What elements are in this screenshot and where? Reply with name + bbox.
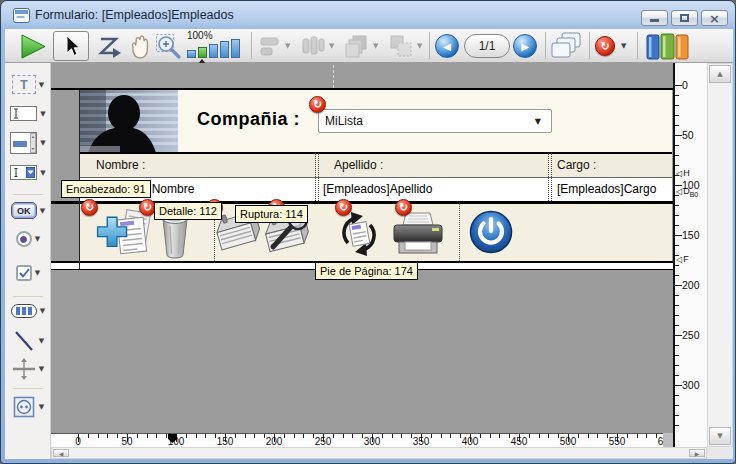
input-tool-dropdown-icon[interactable]: ▼ [40,110,45,118]
run-form-button[interactable] [19,33,47,60]
layer-dropdown-icon[interactable]: ▼ [373,42,378,50]
vertical-scrollbar[interactable]: ▲ ▼ [707,63,733,447]
entry-order-tool[interactable] [97,34,123,60]
object-method-badge[interactable]: ↻ [395,199,412,216]
object-method-badge[interactable]: ↻ [81,199,98,216]
close-icon: × [709,11,720,26]
titlebar[interactable]: Formulario: [Empleados]Empleados × [1,1,736,29]
ruler-tick [137,434,138,438]
combobox-tool-dropdown-icon[interactable]: ▼ [40,169,45,177]
field-apellido[interactable]: [Empleados]Apellido [323,182,432,196]
maximize-button[interactable] [671,10,698,26]
zoom-bar-3[interactable] [209,44,218,58]
combobox-tool[interactable]: ▼ [5,165,51,180]
text-tool-dropdown-icon[interactable]: ▼ [39,81,44,89]
label-cargo[interactable]: Cargo : [557,158,596,172]
explorer-books-icon[interactable] [645,32,693,60]
marker-letter-sub: B0 [690,191,699,198]
method-badge-icon: ↻ [339,201,348,214]
ruler-tick [117,434,118,438]
zoom-bar-1[interactable] [187,50,196,58]
splitter-tool-dropdown-icon[interactable]: ▼ [39,365,44,373]
scroll-up-button[interactable]: ▲ [709,65,731,83]
checkbox-tool-dropdown-icon[interactable]: ▼ [35,269,40,277]
horizontal-scrollbar[interactable]: ◀ ▶ [51,447,707,459]
splitter-tool[interactable]: ▼ [5,357,51,381]
section-marker-H[interactable]: ◁H [676,168,690,178]
zoom-tool[interactable] [155,33,184,60]
field-cargo[interactable]: [Empleados]Cargo [557,182,656,196]
print-button[interactable] [390,211,446,257]
listbox-tool[interactable]: ▼ [5,132,51,154]
button-tool-icon: OK [11,202,37,219]
detail-marker-label[interactable]: Detalle: 112 [154,202,222,220]
ruler-tick [235,434,236,438]
plugin-tool-dropdown-icon[interactable]: ▼ [39,403,44,411]
button-tool[interactable]: OK ▼ [5,202,51,219]
label-nombre[interactable]: Nombre : [96,158,145,172]
listbox-tool-icon [10,132,37,154]
ruler-tick [675,145,679,146]
footer-marker-label[interactable]: Pie de Página: 174 [315,262,418,280]
minimize-button[interactable] [641,10,668,26]
button-grid-tool[interactable]: ▼ [5,304,51,318]
line-tool[interactable]: ▼ [5,329,51,353]
next-page-button[interactable]: ▶ [513,34,537,58]
quit-button[interactable] [468,209,514,255]
radio-tool[interactable]: ▼ [5,231,51,247]
page-indicator-button[interactable]: 1/1 [464,34,510,58]
zoom-bar-4[interactable] [220,41,229,58]
scroll-left-button[interactable]: ◀ [53,449,69,457]
combo-dropdown-icon[interactable]: ▼ [535,117,541,126]
company-label[interactable]: Compañia : [197,109,300,130]
ruler-tick [675,375,679,376]
ruler-tick [431,434,432,438]
form-pages-icon[interactable] [551,32,583,60]
ruler-label: 550 [609,436,626,447]
ruler-tick [675,165,679,166]
company-combobox[interactable]: MiLista ▼ [318,109,552,133]
align-dropdown-icon[interactable]: ▼ [285,42,290,50]
group-tool-icon[interactable] [389,34,413,58]
selection-tool-button[interactable] [53,31,89,61]
line-tool-dropdown-icon[interactable]: ▼ [39,337,44,345]
zoom-bar-5[interactable] [231,39,240,58]
break-marker-label[interactable]: Ruptura: 114 [235,205,308,223]
scroll-down-button[interactable]: ▼ [709,427,731,445]
hand-tool[interactable] [127,33,153,60]
previous-page-button[interactable]: ◀ [435,34,459,58]
ruler-tick [675,415,679,416]
scroll-right-button[interactable]: ▶ [689,449,705,457]
distribute-tool-icon[interactable] [301,35,325,57]
group-dropdown-icon[interactable]: ▼ [417,42,422,50]
object-method-badge[interactable]: ↻ [309,96,326,113]
text-tool[interactable]: T ▼ [5,75,51,94]
ruler-tick [98,434,99,438]
column-separator[interactable] [548,153,552,201]
layer-tool-icon[interactable] [345,34,369,58]
zoom-bar-2-selected[interactable] [198,47,207,58]
ruler-label: 450 [511,436,528,447]
object-method-badge[interactable]: ↻ [335,199,352,216]
plugin-tool[interactable]: ▼ [5,395,51,419]
button-tool-dropdown-icon[interactable]: ▼ [40,207,45,215]
checkbox-tool[interactable]: ▼ [5,265,51,281]
close-button[interactable]: × [701,10,728,26]
header-marker-label[interactable]: Encabezado: 91 [61,180,151,198]
distribute-dropdown-icon[interactable]: ▼ [329,42,334,50]
company-combo-value: MiLista [319,114,363,128]
radio-tool-dropdown-icon[interactable]: ▼ [35,235,40,243]
input-tool[interactable]: ▼ [5,106,51,121]
section-marker-F[interactable]: ◁F [676,254,689,264]
employee-photo[interactable] [80,90,178,153]
form-method-button[interactable]: ↻ [595,36,615,56]
column-separator[interactable] [315,153,319,201]
button-grid-dropdown-icon[interactable]: ▼ [40,307,45,315]
align-tool-icon[interactable] [259,35,281,57]
section-marker-D[interactable]: ◁DB0 [676,186,698,196]
method-dropdown-icon[interactable]: ▼ [621,42,626,50]
listbox-tool-dropdown-icon[interactable]: ▼ [40,139,45,147]
radio-tool-icon [16,231,32,247]
ruler-tick [392,434,393,438]
label-apellido[interactable]: Apellido : [334,158,383,172]
